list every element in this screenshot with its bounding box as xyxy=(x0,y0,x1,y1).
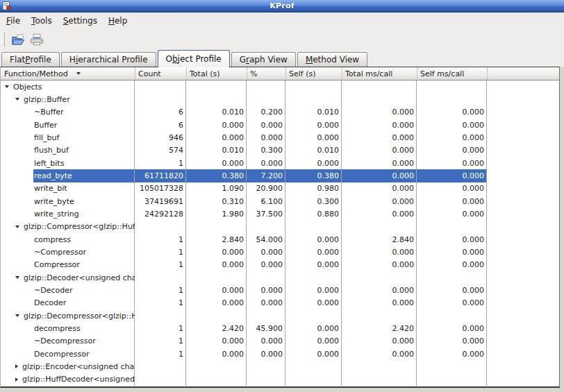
value-cell xyxy=(285,360,342,373)
table-row[interactable]: ~Decompressor10.0000.0000.0000.0000.000 xyxy=(1,335,559,348)
value-cell: 0.000 xyxy=(342,348,417,360)
value-cell: 0.000 xyxy=(417,335,487,348)
value-cell: 24292128 xyxy=(135,207,186,220)
value-cell xyxy=(186,309,247,322)
table-row[interactable]: Compressor10.0000.0000.0000.0000.000 xyxy=(1,259,559,271)
value-cell: 0.000 xyxy=(186,131,247,144)
value-cell: 0.000 xyxy=(417,259,487,271)
function-cell: decompress xyxy=(1,322,135,334)
value-cell: 0.880 xyxy=(285,207,342,220)
table-row[interactable]: glzip::HuffDecoder<unsigned... xyxy=(1,373,559,386)
column-header-count[interactable]: Count xyxy=(135,67,186,80)
value-cell: 0.000 xyxy=(417,284,487,296)
collapse-icon[interactable] xyxy=(15,276,19,279)
sort-descending-icon[interactable] xyxy=(76,72,81,75)
value-cell: 0.000 xyxy=(342,169,417,182)
table-row[interactable]: write_bit1050173281.09020.9000.9800.0000… xyxy=(1,182,559,195)
print-button[interactable] xyxy=(27,31,46,49)
collapse-icon[interactable] xyxy=(15,225,19,228)
toolbar-handle[interactable] xyxy=(1,33,5,46)
collapse-icon[interactable] xyxy=(15,314,19,317)
column-header-self-ms-call[interactable]: Self ms/call xyxy=(417,67,487,80)
menu-settings[interactable]: Settings xyxy=(58,14,103,28)
table-row[interactable]: write_byte374196910.3106.1000.3000.0000.… xyxy=(1,195,559,207)
table-row[interactable]: Decoder10.0000.0000.0000.0000.000 xyxy=(1,297,559,309)
table-row[interactable]: ~Decoder10.0000.0000.0000.0000.000 xyxy=(1,284,559,296)
table-row[interactable]: flush_buf5740.0100.3000.0100.0000.000 xyxy=(1,144,559,157)
value-cell xyxy=(135,93,186,105)
tab-method-view[interactable]: Method View xyxy=(297,52,367,67)
open-button[interactable] xyxy=(8,31,27,49)
value-cell xyxy=(417,373,487,386)
column-header-[interactable]: % xyxy=(247,67,285,80)
value-cell: 0.000 xyxy=(342,182,417,195)
column-header-function-method[interactable]: Function/Method xyxy=(1,67,135,80)
table-row[interactable]: glzip::Compressor<glzip::Huff... xyxy=(1,221,559,233)
table-row[interactable]: Buffer60.0000.0000.0000.0000.000 xyxy=(1,119,559,131)
collapse-icon[interactable] xyxy=(5,85,9,88)
collapse-icon[interactable] xyxy=(15,98,19,101)
menu-help[interactable]: Help xyxy=(103,14,133,28)
function-cell: ~Decompressor xyxy=(1,335,135,348)
value-cell xyxy=(186,93,247,105)
value-cell: 0.000 xyxy=(285,157,342,169)
table-row[interactable]: ~Buffer60.0100.2000.0100.0000.000 xyxy=(1,106,559,119)
value-cell: 20.900 xyxy=(247,182,285,195)
value-cell xyxy=(135,360,186,373)
table-row[interactable]: glzip::Encoder<unsigned cha... xyxy=(1,360,559,373)
value-cell: 1 xyxy=(135,259,186,271)
table-row[interactable]: Objects xyxy=(1,80,559,93)
column-header-self-s[interactable]: Self (s) xyxy=(285,67,342,80)
value-cell: 2.420 xyxy=(186,322,247,334)
toolbar xyxy=(0,29,564,49)
table-row[interactable]: Decompressor10.0000.0000.0000.0000.000 xyxy=(1,348,559,360)
expand-icon[interactable] xyxy=(15,377,18,382)
table-row[interactable]: left_bits10.0000.0000.0000.0000.000 xyxy=(1,157,559,169)
value-cell xyxy=(247,373,285,386)
value-cell xyxy=(135,309,186,322)
value-cell xyxy=(247,271,285,284)
table-row[interactable]: compress12.84054.0000.0002.8400.000 xyxy=(1,233,559,246)
tab-graph-view[interactable]: Graph View xyxy=(231,52,296,67)
table-row[interactable]: fill_buf9460.0000.0000.0000.0000.000 xyxy=(1,131,559,144)
value-cell: 0.000 xyxy=(186,297,247,309)
table-row[interactable]: decompress12.42045.9000.0002.4200.000 xyxy=(1,322,559,334)
table-row[interactable]: ~Compressor10.0000.0000.0000.0000.000 xyxy=(1,246,559,258)
menu-file[interactable]: File xyxy=(1,14,26,28)
value-cell xyxy=(285,80,342,93)
value-cell: 0.000 xyxy=(285,348,342,360)
value-cell xyxy=(186,360,247,373)
value-cell: 574 xyxy=(135,144,186,157)
value-cell: 0.000 xyxy=(186,284,247,296)
menu-tools[interactable]: Tools xyxy=(26,14,58,28)
column-header-total-ms-call[interactable]: Total ms/call xyxy=(342,67,417,80)
expand-icon[interactable] xyxy=(15,364,18,368)
app-icon[interactable] xyxy=(2,1,11,10)
value-cell xyxy=(342,93,417,105)
value-cell: 0.000 xyxy=(342,131,417,144)
value-cell xyxy=(342,80,417,93)
function-cell: glzip::Encoder<unsigned cha... xyxy=(1,360,135,373)
column-header-total-s[interactable]: Total (s) xyxy=(186,67,247,80)
value-cell xyxy=(417,271,487,284)
value-cell: 0.000 xyxy=(285,297,342,309)
tab-object-profile[interactable]: Object Profile xyxy=(158,50,230,67)
table-body: Objectsglzip::Buffer~Buffer60.0100.2000.… xyxy=(1,80,559,386)
value-cell xyxy=(342,360,417,373)
table-row[interactable]: glzip::Buffer xyxy=(1,93,559,105)
table-row[interactable]: read_byte617118200.3807.2000.3800.0000.0… xyxy=(1,169,559,182)
title-bar[interactable]: KProf xyxy=(0,0,564,12)
table-row[interactable]: glzip::Decoder<unsigned cha... xyxy=(1,271,559,284)
function-cell: write_string xyxy=(1,207,135,220)
tab-hierarchical-profile[interactable]: Hierarchical Profile xyxy=(61,52,156,67)
value-cell xyxy=(417,221,487,233)
value-cell xyxy=(247,80,285,93)
window-edge-bottom xyxy=(0,388,564,392)
function-cell: ~Buffer xyxy=(1,106,135,119)
function-cell: Decoder xyxy=(1,297,135,309)
function-cell: Objects xyxy=(1,80,135,93)
tab-flat-profile[interactable]: Flat Profile xyxy=(1,52,60,67)
table-row[interactable]: write_string242921281.98037.5000.8800.00… xyxy=(1,207,559,220)
value-cell: 0.000 xyxy=(247,119,285,131)
table-row[interactable]: glzip::Decompressor<glzip::H... xyxy=(1,309,559,322)
